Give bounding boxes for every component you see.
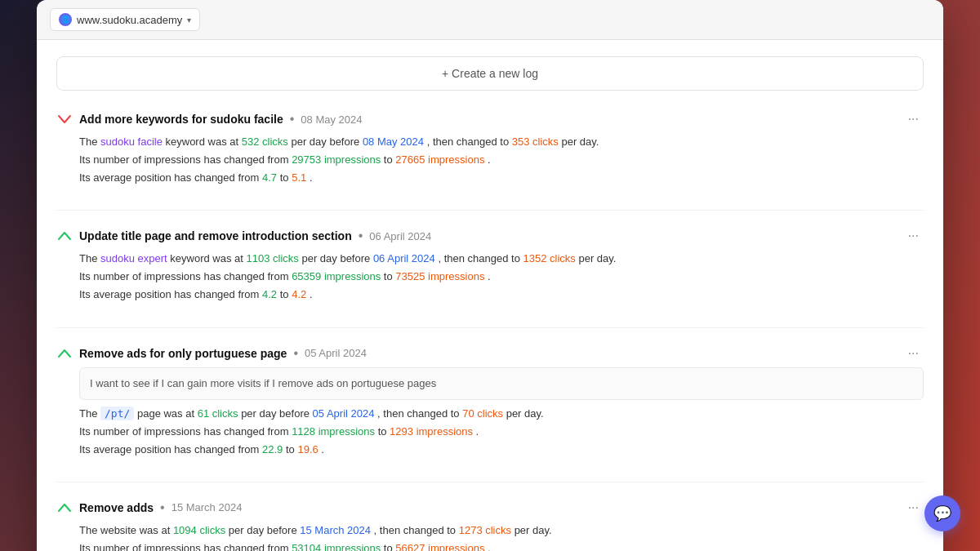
log-date: 15 March 2024 xyxy=(172,501,243,513)
create-log-button[interactable]: + Create a new log xyxy=(56,56,924,91)
log-body: The website was at 1094 clicks per day b… xyxy=(56,522,924,551)
log-entry: Remove ads for only portuguese page • 05… xyxy=(56,344,924,459)
log-title: Update title page and remove introductio… xyxy=(79,229,352,242)
keyword-link[interactable]: sudoku facile xyxy=(100,136,163,148)
chat-bubble-button[interactable]: 💬 xyxy=(924,495,960,531)
log-title: Remove ads for only portuguese page xyxy=(79,347,287,360)
keyword-link[interactable]: sudoku expert xyxy=(100,252,167,264)
log-title: Remove adds xyxy=(79,501,154,514)
globe-icon: 🌐 xyxy=(59,13,72,26)
log-menu-button[interactable]: ··· xyxy=(903,110,924,128)
log-body: The sudoku expert keyword was at 1103 cl… xyxy=(56,250,924,304)
log-entry: Update title page and remove introductio… xyxy=(56,227,924,304)
log-date: 05 April 2024 xyxy=(305,347,367,359)
log-title: Add more keywords for sudoku facile xyxy=(79,113,283,126)
log-menu-button[interactable]: ··· xyxy=(903,499,924,517)
log-body: I want to see if I can gain more visits … xyxy=(56,367,924,459)
site-name: www.sudoku.academy xyxy=(77,14,182,26)
trend-up-icon xyxy=(56,228,73,244)
log-entry: Remove adds • 15 March 2024 ··· The webs… xyxy=(56,499,924,551)
trend-up-icon xyxy=(56,500,73,516)
chevron-down-icon: ▾ xyxy=(187,16,191,24)
log-date: 08 May 2024 xyxy=(301,113,362,126)
site-selector[interactable]: 🌐 www.sudoku.academy ▾ xyxy=(50,8,200,31)
note-box: I want to see if I can gain more visits … xyxy=(79,367,924,400)
log-menu-button[interactable]: ··· xyxy=(903,227,924,245)
trend-down-icon xyxy=(56,111,73,127)
log-body: The sudoku facile keyword was at 532 cli… xyxy=(56,133,924,187)
log-menu-button[interactable]: ··· xyxy=(903,344,924,362)
log-date: 06 April 2024 xyxy=(369,230,431,242)
log-entry: Add more keywords for sudoku facile • 08… xyxy=(56,110,924,187)
trend-up-icon xyxy=(56,345,73,362)
